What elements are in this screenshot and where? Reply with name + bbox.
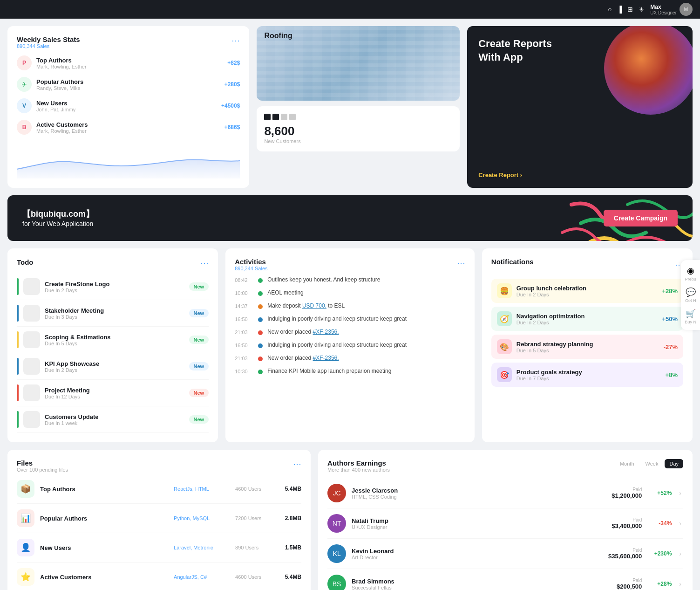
- activity-link-2[interactable]: USD 700.: [302, 302, 326, 309]
- new-customers-card: 8,600 New Customers: [257, 106, 460, 151]
- activities-dots-menu[interactable]: ⋯: [457, 258, 465, 268]
- weekly-title: Weekly Sales Stats: [17, 35, 240, 43]
- todo-thumb-2: [23, 331, 40, 348]
- act-dot-2: [258, 304, 263, 309]
- author-change-3: +28%: [653, 581, 672, 587]
- top-authors-icon: P: [17, 55, 32, 70]
- search-icon[interactable]: ○: [608, 6, 612, 13]
- create-campaign-button[interactable]: Create Campaign: [604, 210, 678, 226]
- sq-dark2: [272, 114, 279, 120]
- author-change-2: +230%: [653, 550, 672, 557]
- navbar: ○ ▐ ⊞ ☀ Max UX Designer M: [0, 0, 700, 19]
- notif-val-0: +28%: [662, 288, 678, 295]
- roofing-label: Roofing: [264, 32, 292, 40]
- weekly-dots-menu[interactable]: ⋯: [231, 35, 240, 46]
- file-item-1: 📊 Popular Authors Python, MySQL 7200 Use…: [17, 504, 301, 533]
- period-week[interactable]: Week: [641, 459, 663, 468]
- stat-name-3: Active Customers: [36, 121, 220, 128]
- notif-item-1: 🧭 Navigation optimization Due In 2 Days …: [491, 307, 683, 331]
- todo-dots-menu[interactable]: ⋯: [200, 258, 209, 268]
- earnings-header: Authors Earnings More than 400 new autho…: [327, 459, 683, 473]
- author-avatar-1: NT: [327, 514, 346, 533]
- weekly-sales-card: ⋯ Weekly Sales Stats 890,344 Sales P Top…: [7, 26, 249, 188]
- new-users-icon: V: [17, 98, 32, 113]
- activity-link-4[interactable]: #XF-2356.: [313, 329, 339, 335]
- earnings-title: Authors Earnings: [327, 459, 390, 467]
- file-item-0: 📦 Top Authors ReactJs, HTML 4600 Users 5…: [17, 474, 301, 504]
- activities-title: Activities: [235, 258, 267, 266]
- active-customers-icon: B: [17, 120, 32, 135]
- stat-val-1: +280$: [224, 81, 240, 88]
- todo-item-3: KPI App Showcase Due In 2 Days New: [17, 353, 209, 380]
- notif-icon-0: 🍔: [497, 283, 512, 298]
- author-arrow-1[interactable]: ›: [677, 520, 683, 527]
- file-icon-2: 👤: [17, 539, 34, 556]
- campaign-banner: 【biqubiqu.com】 for Your Web Application …: [7, 195, 693, 241]
- activity-link-6[interactable]: #XF-2356.: [313, 355, 339, 361]
- act-dot-4: [258, 330, 263, 335]
- create-report-link[interactable]: Create Report ›: [478, 172, 522, 178]
- todo-item-1: Stakeholder Meeting Due In 3 Days New: [17, 300, 209, 327]
- sq-light2: [289, 114, 296, 120]
- author-change-1: -34%: [653, 520, 672, 527]
- file-item-2: 👤 New Users Laravel, Metronic 890 Users …: [17, 533, 301, 563]
- todo-badge-3: New: [189, 362, 209, 370]
- row-4: Files Over 100 pending files ⋯ 📦 Top Aut…: [7, 450, 693, 590]
- activities-card: Activities 890,344 Sales ⋯ 08:42 Outline…: [225, 248, 475, 442]
- mini-sidebar-geth[interactable]: 💬 Get H: [685, 287, 696, 303]
- notif-item-3: 🎯 Product goals strategy Due In 7 Days +…: [491, 363, 683, 387]
- files-title: Files: [17, 459, 68, 467]
- activity-6: 21:03 New order placed #XF-2356.: [235, 351, 465, 364]
- stat-popular-authors: ✈ Popular Authors Randy, Steve, Mike +28…: [17, 77, 240, 92]
- todo-thumb-5: [23, 411, 40, 428]
- arrow-icon: ›: [520, 172, 522, 178]
- todo-dot-3: [17, 358, 19, 375]
- new-customers-label: New Customers: [264, 138, 452, 144]
- author-avatar-3: BS: [327, 575, 346, 590]
- mini-sidebar-prebu[interactable]: ◉ Prebu: [685, 266, 696, 281]
- avatar[interactable]: M: [680, 3, 693, 16]
- buyn-icon: 🛒: [686, 309, 696, 319]
- mini-sidebar-buyn[interactable]: 🛒 Buy N: [685, 309, 696, 324]
- activity-2: 14:37 Make deposit USD 700. to ESL: [235, 299, 465, 312]
- stat-people-1: Randy, Steve, Mike: [36, 85, 220, 91]
- files-subtitle: Over 100 pending files: [17, 467, 68, 473]
- author-arrow-3[interactable]: ›: [677, 580, 683, 588]
- user-info: Max UX Designer M: [650, 3, 693, 16]
- mini-sidebar: ◉ Prebu 💬 Get H 🛒 Buy N: [681, 260, 700, 330]
- act-dot-6: [258, 357, 263, 361]
- todo-thumb-1: [23, 305, 40, 322]
- author-row-0: JC Jessie Clarcson HTML, CSS Coding Paid…: [327, 478, 683, 508]
- file-icon-0: 📦: [17, 480, 34, 498]
- stat-active-customers: B Active Customers Mark, Rowling, Esther…: [17, 120, 240, 135]
- campaign-line1: 【biqubiqu.com】: [22, 208, 94, 220]
- file-icon-3: ⭐: [17, 568, 34, 586]
- todo-thumb-4: [23, 384, 40, 401]
- main-content: ⋯ Weekly Sales Stats 890,344 Sales P Top…: [0, 19, 700, 590]
- chart-icon[interactable]: ▐: [617, 6, 622, 13]
- author-arrow-2[interactable]: ›: [677, 550, 683, 557]
- todo-badge-1: New: [189, 309, 209, 317]
- stat-name-2: New Users: [36, 100, 217, 107]
- period-day[interactable]: Day: [665, 459, 683, 468]
- act-dot-0: [258, 278, 263, 283]
- files-card: Files Over 100 pending files ⋯ 📦 Top Aut…: [7, 450, 311, 590]
- author-avatar-2: KL: [327, 544, 346, 563]
- notif-val-2: -27%: [664, 343, 678, 350]
- act-dot-5: [258, 343, 263, 348]
- todo-item-5: Customers Update Due In 1 week New: [17, 406, 209, 433]
- geth-icon: 💬: [686, 287, 696, 297]
- todo-thumb-3: [23, 358, 40, 375]
- notif-icon-1: 🧭: [497, 311, 512, 326]
- brightness-icon[interactable]: ☀: [639, 6, 645, 13]
- row-3: Todo ⋯ Create FireStone Logo Due In 2 Da…: [7, 248, 693, 442]
- files-dots-menu[interactable]: ⋯: [293, 459, 301, 469]
- todo-badge-5: New: [189, 415, 209, 424]
- author-arrow-0[interactable]: ›: [677, 489, 683, 497]
- period-month[interactable]: Month: [615, 459, 639, 468]
- grid-icon[interactable]: ⊞: [627, 6, 633, 13]
- notif-val-1: +50%: [662, 316, 678, 322]
- prebu-label: Prebu: [685, 277, 696, 281]
- todo-badge-2: New: [189, 336, 209, 344]
- earnings-subtitle: More than 400 new authors: [327, 467, 390, 473]
